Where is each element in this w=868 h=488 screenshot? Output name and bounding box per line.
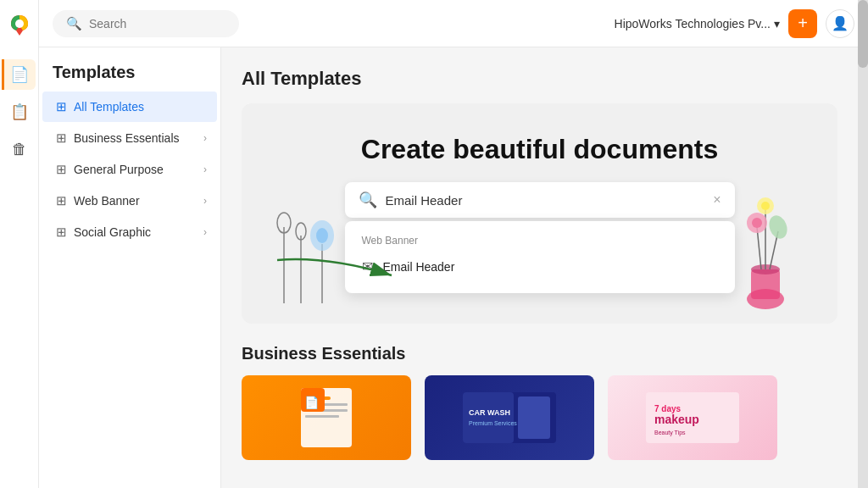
sidebar-item-social-graphic[interactable]: ⊞ Social Graphic › (42, 217, 217, 247)
svg-point-19 (766, 213, 790, 241)
svg-text:Beauty Tips: Beauty Tips (654, 430, 686, 436)
svg-point-1 (15, 19, 24, 28)
svg-rect-29 (463, 392, 514, 443)
company-name[interactable]: HipoWorks Technologies Pv... ▾ (615, 17, 780, 30)
hero-title: Create beautiful documents (361, 134, 718, 165)
sidebar-item-business-essentials[interactable]: ⊞ Business Essentials › (42, 123, 217, 153)
svg-point-18 (761, 202, 770, 210)
svg-point-16 (752, 218, 762, 228)
scrollbar-thumb[interactable] (858, 0, 868, 68)
search-icon: 🔍 (66, 16, 82, 31)
svg-rect-25 (305, 415, 339, 418)
grid-icon-4: ⊞ (56, 193, 67, 208)
grid-icon: ⊞ (56, 99, 67, 114)
sidebar-rail-list[interactable]: 📋 (4, 97, 35, 127)
template-cards-row: 📄 CAR WASH Premium Services 7 days makeu… (242, 375, 837, 460)
chevron-right-icon-3: › (203, 195, 207, 207)
template-card-3[interactable]: 7 days makeup Beauty Tips (608, 375, 777, 460)
sidebar-rail-trash[interactable]: 🗑 (4, 134, 35, 164)
user-icon: 👤 (832, 15, 849, 31)
add-button[interactable]: + (788, 9, 817, 38)
icon-rail: 📄 📋 🗑 (0, 0, 39, 488)
sidebar-item-web-banner[interactable]: ⊞ Web Banner › (42, 186, 217, 216)
svg-line-12 (757, 227, 761, 269)
svg-text:CAR WASH: CAR WASH (469, 408, 510, 417)
business-essentials-title: Business Essentials (242, 344, 837, 363)
trash-icon: 🗑 (12, 141, 27, 158)
sidebar: Templates ⊞ All Templates ⊞ Business Ess… (39, 47, 221, 488)
chevron-right-icon: › (203, 132, 207, 144)
template-card-1[interactable]: 📄 (242, 375, 411, 460)
hero-search-icon: 🔍 (359, 191, 377, 209)
svg-text:Premium Services: Premium Services (469, 420, 517, 426)
topbar: 🔍 HipoWorks Technologies Pv... ▾ + 👤 (39, 0, 868, 47)
sidebar-rail-document[interactable]: 📄 (2, 59, 36, 90)
template-card-2[interactable]: CAR WASH Premium Services (425, 375, 594, 460)
user-button[interactable]: 👤 (826, 9, 854, 38)
svg-text:📄: 📄 (304, 396, 320, 410)
main-content: All Templates (221, 47, 858, 488)
grid-icon-2: ⊞ (56, 130, 67, 146)
chevron-right-icon-2: › (203, 164, 207, 175)
grid-icon-5: ⊞ (56, 225, 67, 240)
svg-rect-32 (518, 396, 550, 439)
hero-search-box: 🔍 × (345, 182, 735, 218)
hero-search-input[interactable] (386, 193, 705, 208)
topbar-right: HipoWorks Technologies Pv... ▾ + 👤 (615, 9, 854, 38)
scrollbar-track[interactable] (858, 0, 868, 488)
clear-search-button[interactable]: × (713, 192, 721, 208)
logo-icon (6, 12, 33, 39)
hero-banner: Create beautiful documents 🔍 × Web Banne… (242, 103, 837, 324)
document-icon: 📄 (10, 65, 29, 84)
dropdown-category-label: Web Banner (345, 231, 735, 250)
arrow-annotation (260, 252, 413, 294)
sidebar-item-all-templates[interactable]: ⊞ All Templates (42, 92, 217, 122)
all-templates-title: All Templates (242, 68, 837, 90)
search-input[interactable] (89, 17, 208, 30)
search-box: 🔍 (53, 10, 239, 37)
list-icon: 📋 (10, 103, 29, 121)
sidebar-title: Templates (39, 47, 220, 91)
sidebar-item-general-purpose[interactable]: ⊞ General Purpose › (42, 154, 217, 185)
logo[interactable] (6, 12, 33, 42)
chevron-right-icon-4: › (203, 226, 207, 238)
grid-icon-3: ⊞ (56, 162, 67, 177)
svg-point-8 (316, 228, 328, 243)
svg-text:makeup: makeup (654, 413, 699, 426)
